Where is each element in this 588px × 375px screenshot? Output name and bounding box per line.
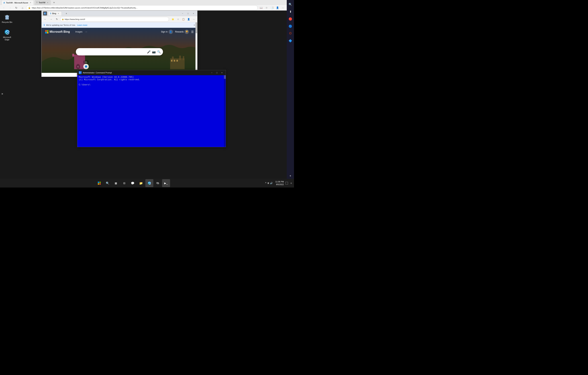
bing-show-more[interactable]: Sh: [83, 60, 89, 64]
taskbar-explorer-btn[interactable]: 📁: [137, 179, 145, 187]
notification-close-btn[interactable]: ×: [194, 24, 195, 27]
visual-search-icon[interactable]: 📷: [152, 50, 156, 54]
carousel-indicator[interactable]: [83, 64, 89, 69]
inner-browser-tab[interactable]: B Bing ×: [48, 11, 62, 16]
cmd-scrollbar[interactable]: [224, 75, 226, 147]
taskbar-teams-btn[interactable]: 💬: [129, 179, 137, 187]
inner-minimize-btn[interactable]: −: [180, 12, 185, 15]
bing-more-link[interactable]: ···: [85, 31, 87, 33]
azure-settings-btn[interactable]: 🔷: [287, 38, 293, 44]
inner-forward-btn[interactable]: →: [48, 17, 53, 22]
cmd-scrollbar-thumb: [224, 75, 226, 79]
inner-close-btn[interactable]: ×: [191, 12, 196, 15]
svg-rect-14: [172, 56, 174, 60]
bing-hamburger-menu[interactable]: ☰: [191, 30, 194, 33]
outer-tab-testvm-azure[interactable]: A TestVM - Microsoft Azure ×: [1, 0, 34, 5]
taskbar-search-btn[interactable]: 🔍: [104, 179, 112, 187]
learn-more-link[interactable]: Learn more: [77, 24, 87, 26]
inner-maximize-btn[interactable]: □: [186, 12, 190, 15]
system-tray-icons: ^ 🖥 🔊: [265, 182, 273, 185]
outer-tab2-close[interactable]: ×: [46, 1, 49, 4]
inner-back-btn[interactable]: ←: [43, 17, 48, 22]
taskbar-widgets-btn[interactable]: ▦: [112, 179, 120, 187]
taskbar-expand[interactable]: »: [1, 92, 3, 95]
azure-upload-btn[interactable]: ⬆: [287, 9, 293, 14]
notification-text: We're updating our Terms of Use.: [46, 24, 76, 26]
azure-office-btn[interactable]: O: [287, 31, 293, 36]
inner-lock-icon: 🔒: [62, 18, 64, 20]
cmd-icon: C>: [79, 71, 82, 74]
collections-btn[interactable]: 📑: [270, 5, 274, 10]
new-tab-button[interactable]: +: [52, 0, 57, 5]
bing-images-link[interactable]: Images: [75, 31, 82, 33]
taskbar-snap-btn[interactable]: ⊟: [120, 179, 128, 187]
rewards-text: Rewards: [175, 31, 184, 33]
cmd-window: C> Administrator: Command Prompt − □ × M…: [77, 70, 226, 147]
taskbar-store-btn[interactable]: 🛍: [154, 179, 162, 187]
settings-btn[interactable]: ···: [281, 5, 285, 10]
notification-center-btn[interactable]: [285, 181, 289, 185]
azure-blue-btn[interactable]: 🔵: [287, 23, 293, 29]
inner-new-tab-btn[interactable]: +: [64, 11, 69, 16]
logo-sq-green: [47, 30, 49, 32]
sign-in-text: Sign in: [161, 31, 168, 33]
inner-url-text: https://www.bing.com/#: [65, 18, 85, 20]
home-button[interactable]: ⌂: [20, 5, 25, 10]
carousel-left-arrow[interactable]: ‹: [76, 64, 80, 69]
inner-star-btn[interactable]: ⭐: [170, 17, 175, 22]
cmd-line3: [79, 81, 224, 84]
microphone-icon[interactable]: 🎤: [147, 50, 151, 54]
inner-profile-btn[interactable]: 👤: [186, 17, 191, 22]
tray-network-icon[interactable]: 🖥: [267, 182, 269, 184]
bing-header: Microsoft Bing Images ··· Sign in 👤 Rewa…: [42, 28, 197, 36]
taskbar-terminal-btn[interactable]: ▶_: [162, 179, 170, 187]
reading-view-btn[interactable]: 📖: [259, 5, 263, 10]
edge-desktop-icon[interactable]: Microsoft Edge: [0, 28, 14, 42]
edge-image: [4, 29, 10, 35]
edge-label: Microsoft Edge: [1, 36, 13, 41]
azure-add-btn[interactable]: +: [287, 173, 293, 179]
bing-search-input[interactable]: [78, 50, 146, 53]
url-text: https://bst-c375b4cb-e48d-b6ba3dc52fbf.b…: [32, 7, 256, 9]
refresh-button[interactable]: ↻: [14, 5, 19, 10]
svg-rect-2: [6, 15, 8, 16]
tray-expand-icon[interactable]: ^: [265, 182, 266, 185]
inner-collections-btn[interactable]: 📋: [181, 17, 186, 22]
start-button[interactable]: [95, 179, 103, 187]
address-bar[interactable]: 🔒 https://bst-c375b4cb-e48d-b6ba3dc52fbf…: [26, 5, 258, 10]
outer-tab-testvm[interactable]: T TestVM ×: [34, 0, 51, 5]
azure-clipboard-btn[interactable]: 🔴: [287, 16, 293, 22]
taskbar-clock[interactable]: 11:06 PM 8/5/2022: [275, 180, 284, 186]
info-icon: ℹ: [44, 24, 45, 26]
inner-fav-btn[interactable]: ☆: [176, 17, 180, 22]
favorites-btn[interactable]: ☆: [264, 5, 269, 10]
bing-sign-in[interactable]: Sign in 👤: [161, 30, 173, 34]
cmd-minimize-btn[interactable]: −: [210, 71, 214, 75]
bing-logo-text: Microsoft Bing: [50, 30, 70, 33]
inner-address-bar[interactable]: 🔒 https://www.bing.com/#: [60, 17, 169, 22]
forward-button[interactable]: →: [8, 5, 13, 10]
azure-search-btn[interactable]: 🔍: [287, 1, 293, 7]
logo-sq-red: [45, 30, 47, 32]
tray-volume-icon[interactable]: 🔊: [270, 182, 273, 184]
recycle-bin-label: Recycle Bin: [2, 21, 12, 23]
profile-btn[interactable]: 👤: [275, 5, 280, 10]
recycle-bin-icon[interactable]: Recycle Bin: [0, 13, 14, 24]
taskbar-settings-gear[interactable]: ⚙: [290, 179, 293, 187]
bing-rewards[interactable]: Rewards 🏆: [175, 30, 189, 34]
cmd-title-text: Administrator: Command Prompt: [83, 72, 208, 74]
logo-sq-yellow: [47, 32, 49, 33]
cmd-maximize-btn[interactable]: □: [214, 71, 219, 75]
inner-refresh-btn[interactable]: ↻: [54, 17, 59, 22]
bing-content: Microsoft Bing Images ··· Sign in 👤 Rewa…: [42, 28, 197, 73]
taskbar-right: ^ 🖥 🔊 11:06 PM 8/5/2022 ⚙: [265, 179, 294, 187]
inner-more-btn[interactable]: ···: [191, 17, 196, 22]
inner-tab-close[interactable]: ×: [57, 12, 60, 15]
cmd-close-btn[interactable]: ×: [220, 71, 224, 75]
taskbar-edge-btn[interactable]: [145, 179, 153, 187]
outer-tab1-close[interactable]: ×: [29, 1, 32, 4]
search-icon[interactable]: 🔍: [157, 50, 161, 54]
logo-sq-blue: [45, 32, 47, 33]
back-button[interactable]: ←: [1, 5, 7, 10]
cmd-content[interactable]: Microsoft Windows [Version 10.0.22000.79…: [77, 75, 226, 147]
